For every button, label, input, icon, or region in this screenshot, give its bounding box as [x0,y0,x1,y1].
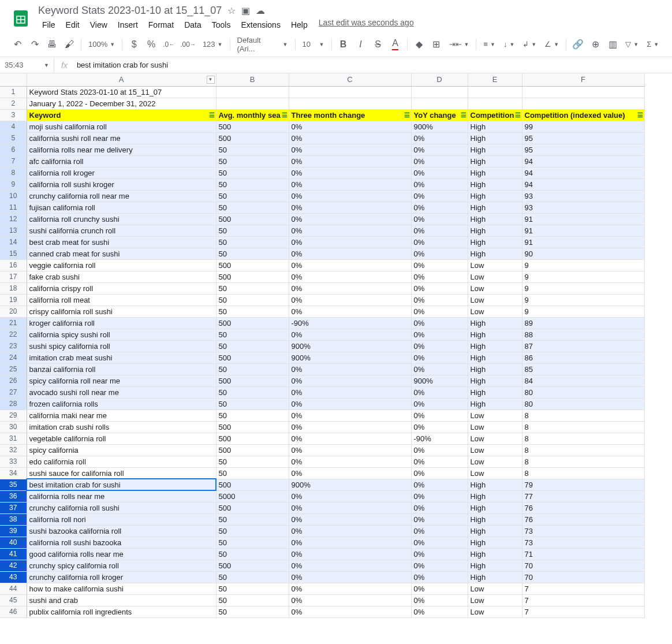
column-dropdown-icon[interactable]: ▼ [207,76,215,84]
cell-A26[interactable]: spicy california roll near me [27,375,216,386]
cell-A37[interactable]: crunchy california roll sushi [27,502,216,513]
filter-icon[interactable]: ☰ [209,111,215,119]
cell-E12[interactable]: High [468,213,522,225]
row-header-3[interactable]: 3 [0,109,27,121]
cell-D8[interactable]: 0% [411,167,468,178]
paint-format-icon[interactable]: 🖌 [61,36,77,53]
cell-D41[interactable]: 0% [411,548,468,560]
star-icon[interactable]: ☆ [227,5,236,16]
cell-A29[interactable]: california maki near me [27,410,216,421]
cell-E40[interactable]: High [468,537,522,548]
cell-F36[interactable]: 77 [522,490,644,502]
cell-E4[interactable]: High [468,121,522,132]
cell-A15[interactable]: canned crab meat for sushi [27,248,216,259]
move-icon[interactable]: ▣ [241,5,250,16]
filter-icon[interactable]: ☰ [637,111,643,119]
cell-B31[interactable]: 500 [216,433,289,444]
row-header-32[interactable]: 32 [0,444,27,456]
cell-F26[interactable]: 84 [522,375,644,386]
cell-A22[interactable]: california spicy sushi roll [27,329,216,340]
cell-D1[interactable] [411,86,468,98]
cell-E20[interactable]: Low [468,306,522,317]
cell-D33[interactable]: 0% [411,456,468,467]
cell-E14[interactable]: High [468,236,522,248]
row-header-44[interactable]: 44 [0,583,27,594]
row-header-41[interactable]: 41 [0,548,27,560]
row-header-7[interactable]: 7 [0,155,27,167]
cell-E21[interactable]: High [468,317,522,329]
cell-C32[interactable]: 0% [289,444,411,456]
cell-D30[interactable]: 0% [411,421,468,433]
cell-B9[interactable]: 50 [216,178,289,190]
cell-E37[interactable]: High [468,502,522,513]
row-header-15[interactable]: 15 [0,248,27,259]
cell-F44[interactable]: 7 [522,583,644,594]
italic-icon[interactable]: I [353,36,369,53]
cell-E8[interactable]: High [468,167,522,178]
cell-F29[interactable]: 8 [522,410,644,421]
cell-C30[interactable]: 0% [289,421,411,433]
row-header-14[interactable]: 14 [0,236,27,248]
cell-B35[interactable]: 500 [216,479,289,490]
last-edit-link[interactable]: Last edit was seconds ago [319,18,414,32]
cell-E34[interactable]: Low [468,467,522,479]
redo-icon[interactable]: ↷ [27,36,43,53]
cell-D42[interactable]: 0% [411,560,468,571]
row-header-9[interactable]: 9 [0,178,27,190]
cell-A18[interactable]: california crispy roll [27,282,216,294]
cell-A42[interactable]: crunchy spicy california roll [27,560,216,571]
filter-icon[interactable]: ▽▼ [622,36,642,53]
cell-F35[interactable]: 79 [522,479,644,490]
cell-E1[interactable] [468,86,522,98]
cell-B20[interactable]: 50 [216,306,289,317]
cell-B23[interactable]: 50 [216,340,289,352]
cell-E24[interactable]: High [468,352,522,363]
cell-D38[interactable]: 0% [411,513,468,525]
cell-D24[interactable]: 0% [411,352,468,363]
cell-E38[interactable]: High [468,513,522,525]
cell-D11[interactable]: 0% [411,202,468,213]
cell-E23[interactable]: High [468,340,522,352]
spreadsheet-grid[interactable]: A▼BCDEF1Keyword Stats 2023-01-10 at 15_1… [0,73,672,618]
cell-E31[interactable]: Low [468,433,522,444]
cell-D36[interactable]: 0% [411,490,468,502]
cell-C18[interactable]: 0% [289,282,411,294]
fill-color-icon[interactable]: ◆ [411,36,427,53]
cell-E18[interactable]: Low [468,282,522,294]
cell-C35[interactable]: 900% [289,479,411,490]
row-header-21[interactable]: 21 [0,317,27,329]
row-header-39[interactable]: 39 [0,525,27,537]
cell-F40[interactable]: 73 [522,537,644,548]
cell-F33[interactable]: 8 [522,456,644,467]
cell-B7[interactable]: 50 [216,155,289,167]
cell-D16[interactable]: 0% [411,259,468,271]
cell-E3[interactable]: Competition☰ [468,109,522,121]
cell-B2[interactable] [216,98,289,109]
cell-A25[interactable]: banzai california roll [27,363,216,375]
cell-D5[interactable]: 0% [411,132,468,144]
cell-B27[interactable]: 50 [216,386,289,398]
filter-icon[interactable]: ☰ [404,111,410,119]
cell-C5[interactable]: 0% [289,132,411,144]
cell-C2[interactable] [289,98,411,109]
cell-E26[interactable]: High [468,375,522,386]
font-dropdown[interactable]: Default (Ari...▼ [234,36,292,53]
cloud-icon[interactable]: ☁ [256,5,265,16]
col-header-D[interactable]: D [411,73,468,86]
cell-B6[interactable]: 50 [216,144,289,155]
cell-A36[interactable]: california rolls near me [27,490,216,502]
menu-format[interactable]: Format [144,18,178,32]
cell-E22[interactable]: High [468,329,522,340]
cell-D18[interactable]: 0% [411,282,468,294]
cell-C33[interactable]: 0% [289,456,411,467]
cell-A6[interactable]: california rolls near me delivery [27,144,216,155]
cell-B46[interactable]: 50 [216,606,289,617]
cell-A3[interactable]: Keyword☰ [27,109,216,121]
cell-D17[interactable]: 0% [411,271,468,282]
cell-D35[interactable]: 0% [411,479,468,490]
cell-C9[interactable]: 0% [289,178,411,190]
row-header-33[interactable]: 33 [0,456,27,467]
cell-C10[interactable]: 0% [289,190,411,202]
row-header-10[interactable]: 10 [0,190,27,202]
cell-A39[interactable]: sushi bazooka california roll [27,525,216,537]
